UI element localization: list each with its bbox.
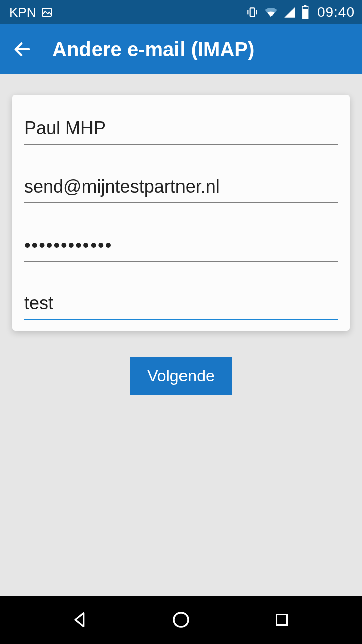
page-title: Andere e-mail (IMAP) xyxy=(52,38,254,61)
email-field-wrap xyxy=(24,168,338,203)
signal-icon xyxy=(283,6,296,19)
arrow-left-icon xyxy=(12,39,32,59)
android-nav-bar xyxy=(0,596,362,644)
email-input[interactable] xyxy=(24,168,338,203)
nav-back-button[interactable] xyxy=(60,600,101,640)
circle-icon xyxy=(170,609,192,630)
carrier-label: KPN xyxy=(9,5,36,20)
svg-rect-1 xyxy=(250,8,255,16)
description-input[interactable] xyxy=(24,285,338,320)
password-input[interactable] xyxy=(24,226,338,262)
form-card xyxy=(12,95,350,331)
wifi-icon xyxy=(264,5,278,19)
next-button[interactable]: Volgende xyxy=(130,357,231,395)
square-icon xyxy=(273,611,291,629)
svg-rect-2 xyxy=(247,10,248,15)
status-bar: KPN xyxy=(0,0,362,24)
svg-point-8 xyxy=(174,613,188,627)
nav-recent-button[interactable] xyxy=(261,600,302,640)
nav-home-button[interactable] xyxy=(161,600,201,640)
back-button[interactable] xyxy=(10,37,34,61)
picture-icon xyxy=(41,6,53,18)
vibrate-icon xyxy=(246,6,259,19)
triangle-left-icon xyxy=(70,610,90,630)
description-field-wrap xyxy=(24,285,338,320)
app-bar: Andere e-mail (IMAP) xyxy=(0,24,362,74)
svg-rect-9 xyxy=(277,615,287,625)
name-input[interactable] xyxy=(24,110,338,145)
password-field-wrap xyxy=(24,226,338,262)
content-area: Volgende xyxy=(0,74,362,395)
svg-rect-6 xyxy=(302,9,308,19)
clock-label: 09:40 xyxy=(317,4,355,20)
svg-rect-3 xyxy=(256,10,257,15)
name-field-wrap xyxy=(24,110,338,145)
battery-icon xyxy=(301,5,309,19)
